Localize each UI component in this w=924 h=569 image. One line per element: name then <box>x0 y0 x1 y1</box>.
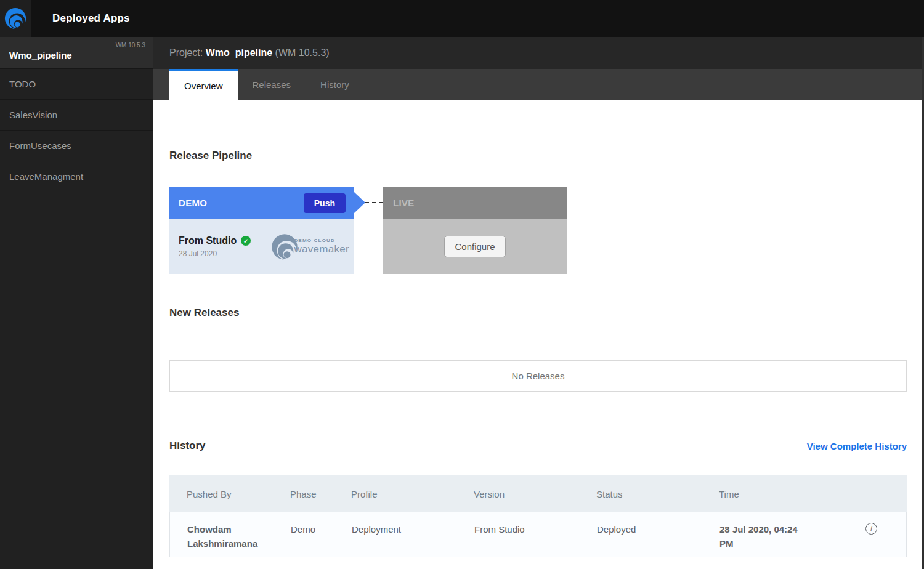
row-status: Deployed <box>597 512 719 557</box>
history-header: History View Complete History <box>169 438 907 454</box>
release-pipeline-title: Release Pipeline <box>169 150 252 162</box>
sidebar-item-label: LeaveManagment <box>9 171 83 182</box>
history-table-header: Pushed By Phase Profile Version Status T… <box>169 475 907 512</box>
row-phase: Demo <box>291 512 352 557</box>
demo-stage-name: DEMO <box>179 198 207 208</box>
wavemaker-wave-icon <box>4 7 26 30</box>
tab-history[interactable]: History <box>306 69 364 100</box>
column-version: Version <box>474 489 596 499</box>
demo-stage-card: DEMO Push From Studio ✓ 28 Jul 2020 <box>169 187 354 274</box>
column-status: Status <box>596 489 719 499</box>
demo-cloud-label: DEMO CLOUD <box>294 238 349 243</box>
column-profile: Profile <box>351 489 474 499</box>
sidebar-item-label: SalesVision <box>9 110 57 120</box>
sidebar-item-label: FormUsecases <box>9 140 71 151</box>
sidebar-item-label: TODO <box>9 79 36 89</box>
sidebar-item-formusecases[interactable]: FormUsecases <box>0 131 153 161</box>
tab-bar: Overview Releases History <box>153 69 924 100</box>
tab-overview[interactable]: Overview <box>169 69 238 100</box>
project-header: Project: Wmo_pipeline (WM 10.5.3) <box>153 37 924 69</box>
live-stage-header: LIVE <box>383 187 567 219</box>
project-version: (WM 10.5.3) <box>272 47 329 58</box>
live-stage-card: LIVE Configure <box>383 187 567 274</box>
project-label: Project: <box>169 47 206 58</box>
push-button[interactable]: Push <box>304 193 346 213</box>
sidebar-item-wmo-pipeline[interactable]: WM 10.5.3 Wmo_pipeline <box>0 37 153 69</box>
release-pipeline: DEMO Push From Studio ✓ 28 Jul 2020 <box>169 187 570 274</box>
arrow-right-icon <box>354 192 365 213</box>
history-title: History <box>169 440 206 452</box>
dashed-link-line <box>365 202 383 203</box>
overview-content: Release Pipeline DEMO Push From Studio ✓… <box>153 100 924 569</box>
top-bar: Deployed Apps <box>0 0 924 37</box>
wavemaker-logo[interactable] <box>0 0 31 37</box>
sidebar-item-leavemanagment[interactable]: LeaveManagment <box>0 161 153 192</box>
project-version-badge: WM 10.5.3 <box>116 42 145 49</box>
row-profile-link[interactable]: Deployment <box>352 512 474 557</box>
row-version: From Studio <box>474 512 597 557</box>
history-table: Pushed By Phase Profile Version Status T… <box>169 475 907 557</box>
pipeline-connector <box>354 192 383 213</box>
new-releases-title: New Releases <box>169 307 239 319</box>
row-pushed-by: Chowdam Lakshmiramana <box>170 512 287 557</box>
row-time: 28 Jul 2020, 04:24 PM <box>719 512 812 557</box>
info-icon[interactable]: i <box>865 523 877 535</box>
no-releases-message: No Releases <box>512 371 565 381</box>
demo-deploy-date: 28 Jul 2020 <box>179 249 251 258</box>
brand-text: DEMO CLOUD wavemaker <box>294 238 349 256</box>
table-row: Chowdam Lakshmiramana Demo Deployment Fr… <box>169 512 907 557</box>
column-pushed-by: Pushed By <box>169 489 290 499</box>
project-name: Wmo_pipeline <box>206 47 272 58</box>
demo-source-block: From Studio ✓ 28 Jul 2020 <box>179 235 251 258</box>
sidebar-item-todo[interactable]: TODO <box>0 69 153 100</box>
tab-releases[interactable]: Releases <box>238 69 306 100</box>
wavemaker-wordmark: wavemaker <box>294 243 349 256</box>
view-complete-history-link[interactable]: View Complete History <box>807 441 907 451</box>
sidebar-item-label: Wmo_pipeline <box>9 50 72 60</box>
demo-source-label: From Studio <box>179 235 237 246</box>
configure-button[interactable]: Configure <box>444 236 505 257</box>
demo-stage-header: DEMO Push <box>169 187 354 219</box>
no-releases-box: No Releases <box>169 360 907 392</box>
sidebar-item-salesvision[interactable]: SalesVision <box>0 100 153 131</box>
projects-sidebar: WM 10.5.3 Wmo_pipeline TODO SalesVision … <box>0 37 153 569</box>
live-stage-name: LIVE <box>393 198 415 208</box>
main-panel: Project: Wmo_pipeline (WM 10.5.3) Overvi… <box>153 37 924 569</box>
column-phase: Phase <box>290 489 351 499</box>
demo-stage-body: From Studio ✓ 28 Jul 2020 <box>169 219 354 274</box>
column-time: Time <box>719 489 842 499</box>
demo-cloud-brand: DEMO CLOUD wavemaker <box>270 233 349 261</box>
success-check-icon: ✓ <box>241 236 251 246</box>
app-title: Deployed Apps <box>52 0 130 37</box>
live-stage-body: Configure <box>383 219 567 274</box>
row-actions: i <box>843 512 906 557</box>
